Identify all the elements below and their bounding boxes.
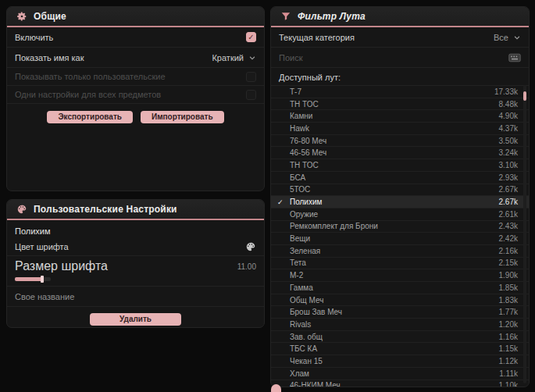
gear-icon (16, 11, 27, 22)
loot-item-row[interactable]: Брош Зав Меч1.77k (271, 306, 529, 319)
setting-row-display-name: Показать имя как Краткий (7, 48, 264, 68)
loot-item-value: 1.10k (499, 381, 518, 387)
loot-item-value: 1.15k (499, 344, 518, 353)
enable-checkbox[interactable]: ✓ (246, 32, 256, 42)
loot-item-name: Тета (290, 258, 499, 267)
setting-row-same-settings: Одни настройки для всех предметов (7, 86, 264, 104)
loot-item-name: Общ Меч (290, 296, 499, 305)
loot-item-name: Хлам (290, 369, 499, 378)
delete-button[interactable]: Удалить (90, 313, 181, 326)
loot-item-value: 2.93k (499, 173, 518, 182)
loot-item-value: 2.42k (499, 234, 518, 243)
export-button[interactable]: Экспортировать (47, 111, 133, 123)
loot-item-name: ТН ТОС (290, 100, 499, 109)
search-row (271, 48, 529, 68)
loot-item-row[interactable]: Rivals1.20k (271, 319, 529, 331)
loot-item-value: 2.61k (499, 210, 518, 219)
category-value: Все (494, 33, 508, 42)
loot-item-row[interactable]: Ремкомплект для Брони2.43k (271, 221, 529, 233)
import-button[interactable]: Импортировать (141, 111, 224, 123)
loot-item-row[interactable]: ✓Полихим2.67k (271, 196, 529, 208)
loot-item-row[interactable]: ТН ТОС3.10k (271, 159, 529, 172)
loot-item-name: Гамма (290, 283, 499, 292)
item-name-label: Полихим (7, 220, 264, 237)
loot-scrollbar-thumb[interactable] (523, 91, 526, 101)
loot-list: Т-717.33kТН ТОС8.48kКамни4.90kHawk4.37k7… (271, 85, 529, 387)
loot-item-value: 1.85k (499, 283, 518, 292)
loot-item-value: 3.24k (499, 148, 518, 157)
loot-item-value: 2.67k (499, 185, 518, 194)
loot-item-row[interactable]: Вещи2.42k (271, 233, 529, 245)
custom-panel-title: Пользовательские Настройки (34, 204, 177, 215)
custom-settings-panel: Пользовательские Настройки Полихим Цвет … (6, 199, 265, 328)
loot-item-row[interactable]: Камни4.90k (271, 110, 529, 123)
font-size-slider[interactable] (15, 277, 51, 281)
loot-item-row[interactable]: 46-НКИМ Меч1.10k (271, 380, 529, 388)
custom-name-input[interactable] (15, 292, 256, 301)
loot-item-row[interactable]: 76-80 Меч3.50k (271, 135, 529, 148)
display-name-dropdown[interactable]: Краткий (212, 53, 256, 62)
loot-item-value: 2.43k (499, 222, 518, 230)
loot-filter-panel: Фильтр Лута Текущая категория Все Доступ… (270, 6, 530, 387)
loot-item-name: Т-7 (290, 87, 494, 96)
chevron-down-icon (513, 34, 521, 41)
loot-item-row[interactable]: Т-717.33k (271, 86, 529, 98)
loot-item-value: 2.15k (499, 258, 518, 267)
loot-panel-title: Фильтр Лута (298, 11, 366, 22)
loot-item-value: 2.16k (499, 247, 518, 255)
loot-item-row[interactable]: ТБС КА1.15k (271, 343, 529, 355)
loot-item-row[interactable]: Тета2.15k (271, 258, 529, 270)
loot-item-row[interactable]: Гамма1.85k (271, 282, 529, 294)
loot-item-row[interactable]: БСА2.93k (271, 172, 529, 184)
only-custom-checkbox[interactable] (246, 72, 256, 82)
loot-item-value: 1.16k (499, 333, 518, 341)
loot-item-row[interactable]: Оружие2.61k (271, 208, 529, 221)
loot-item-value: 3.10k (499, 161, 518, 169)
loot-item-name: 46-56 Меч (290, 148, 499, 157)
loot-scrollbar[interactable] (523, 85, 526, 383)
loot-item-value: 4.90k (499, 112, 518, 120)
loot-item-name: Вещи (290, 234, 499, 243)
display-name-value: Краткий (212, 53, 244, 62)
loot-item-row[interactable]: 5ТОС2.67k (271, 184, 529, 197)
loot-item-name: 5ТОС (290, 185, 499, 194)
loot-item-row[interactable]: Hawk4.37k (271, 123, 529, 135)
loot-item-value: 4.37k (499, 124, 518, 133)
keyboard-icon[interactable] (508, 53, 521, 62)
loot-item-name: Hawk (290, 124, 499, 133)
loot-item-row[interactable]: 46-56 Меч3.24k (271, 147, 529, 159)
general-buttons: Экспортировать Импортировать (7, 104, 264, 123)
search-input[interactable] (279, 53, 508, 62)
loot-item-row[interactable]: Чекан 151.12k (271, 355, 529, 368)
loot-item-row[interactable]: Зав. общ1.16k (271, 331, 529, 344)
loot-item-name: Брош Зав Меч (290, 308, 499, 316)
available-loot-label: Доступный лут: (271, 68, 529, 85)
loot-item-value: 1.90k (499, 271, 518, 280)
slider-handle[interactable] (41, 276, 44, 283)
loot-item-name: Зав. общ (290, 333, 499, 341)
loot-item-row[interactable]: Общ Меч1.83k (271, 294, 529, 307)
loot-item-name: БСА (290, 173, 499, 182)
loot-item-row[interactable]: Зеленая2.16k (271, 245, 529, 258)
funnel-icon (280, 11, 291, 22)
loot-item-row[interactable]: Хлам1.11k (271, 368, 529, 380)
loot-item-name: Полихим (290, 198, 499, 206)
loot-item-row[interactable]: М-21.90k (271, 269, 529, 282)
color-palette-icon[interactable] (245, 241, 256, 252)
general-panel-title: Общие (34, 11, 66, 22)
setting-row-only-custom: Показывать только пользовательские (7, 68, 264, 86)
font-size-value: 11.00 (237, 262, 256, 271)
category-label: Текущая категория (279, 33, 355, 42)
font-size-row: Размер шрифта 11.00 (7, 256, 264, 287)
loot-item-name: 46-НКИМ Меч (290, 381, 499, 387)
mouse-cursor (271, 384, 281, 392)
loot-item-row[interactable]: ТН ТОС8.48k (271, 98, 529, 111)
loot-item-name: Камни (290, 112, 499, 120)
category-row: Текущая категория Все (271, 27, 529, 48)
loot-item-value: 1.77k (499, 308, 518, 316)
loot-item-name: Чекан 15 (290, 357, 499, 365)
category-dropdown[interactable]: Все (494, 33, 521, 42)
chevron-down-icon (248, 54, 256, 62)
same-settings-checkbox[interactable] (246, 90, 256, 100)
loot-item-name: 76-80 Меч (290, 137, 499, 145)
